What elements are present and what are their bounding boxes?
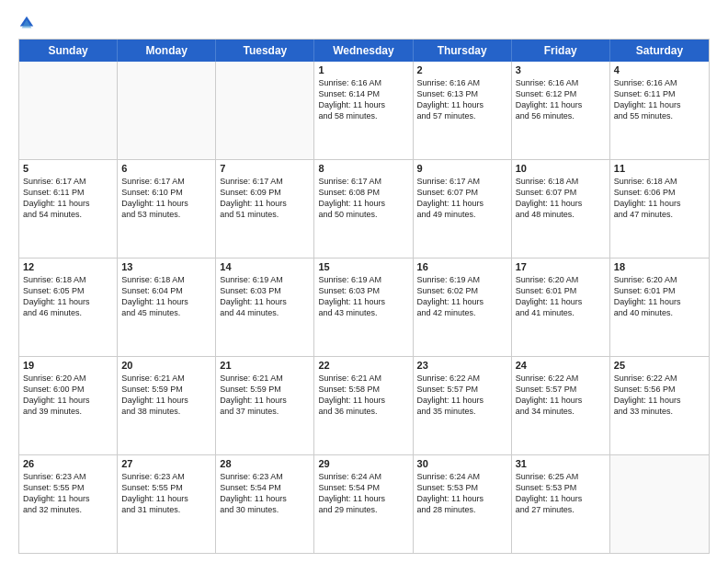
day-number: 23 — [417, 360, 507, 371]
calendar-day-18: 18Sunrise: 6:20 AM Sunset: 6:01 PM Dayli… — [610, 259, 709, 356]
calendar-day-empty — [610, 455, 709, 553]
calendar-day-9: 9Sunrise: 6:17 AM Sunset: 6:07 PM Daylig… — [414, 160, 512, 258]
day-number: 17 — [516, 261, 606, 272]
calendar-day-16: 16Sunrise: 6:19 AM Sunset: 6:02 PM Dayli… — [414, 259, 512, 356]
calendar: SundayMondayTuesdayWednesdayThursdayFrid… — [18, 39, 710, 554]
day-number: 28 — [220, 458, 310, 469]
day-info: Sunrise: 6:17 AM Sunset: 6:08 PM Dayligh… — [318, 176, 408, 221]
calendar-day-23: 23Sunrise: 6:22 AM Sunset: 5:57 PM Dayli… — [414, 357, 512, 454]
calendar-day-19: 19Sunrise: 6:20 AM Sunset: 6:00 PM Dayli… — [19, 357, 118, 454]
calendar-day-15: 15Sunrise: 6:19 AM Sunset: 6:03 PM Dayli… — [314, 259, 413, 356]
day-number: 12 — [23, 261, 113, 272]
calendar-day-30: 30Sunrise: 6:24 AM Sunset: 5:53 PM Dayli… — [414, 455, 512, 553]
day-number: 21 — [220, 360, 310, 371]
calendar-day-7: 7Sunrise: 6:17 AM Sunset: 6:09 PM Daylig… — [216, 160, 314, 258]
day-info: Sunrise: 6:17 AM Sunset: 6:09 PM Dayligh… — [220, 176, 310, 221]
day-number: 8 — [318, 163, 408, 174]
day-info: Sunrise: 6:24 AM Sunset: 5:53 PM Dayligh… — [417, 471, 507, 516]
day-number: 1 — [318, 64, 408, 75]
day-info: Sunrise: 6:18 AM Sunset: 6:05 PM Dayligh… — [23, 274, 113, 319]
logo-icon — [18, 15, 35, 31]
day-info: Sunrise: 6:17 AM Sunset: 6:11 PM Dayligh… — [23, 176, 113, 221]
page: SundayMondayTuesdayWednesdayThursdayFrid… — [0, 0, 728, 563]
day-info: Sunrise: 6:23 AM Sunset: 5:55 PM Dayligh… — [121, 471, 211, 516]
day-number: 15 — [318, 261, 408, 272]
day-number: 14 — [220, 261, 310, 272]
day-info: Sunrise: 6:17 AM Sunset: 6:07 PM Dayligh… — [417, 176, 507, 221]
weekday-header-sunday: Sunday — [19, 40, 118, 62]
day-info: Sunrise: 6:19 AM Sunset: 6:02 PM Dayligh… — [417, 274, 507, 319]
day-info: Sunrise: 6:16 AM Sunset: 6:13 PM Dayligh… — [417, 77, 507, 122]
day-info: Sunrise: 6:24 AM Sunset: 5:54 PM Dayligh… — [318, 471, 408, 516]
calendar-day-10: 10Sunrise: 6:18 AM Sunset: 6:07 PM Dayli… — [512, 160, 610, 258]
day-number: 9 — [417, 163, 507, 174]
day-info: Sunrise: 6:20 AM Sunset: 6:01 PM Dayligh… — [614, 274, 705, 319]
day-info: Sunrise: 6:18 AM Sunset: 6:06 PM Dayligh… — [614, 176, 705, 221]
calendar-day-29: 29Sunrise: 6:24 AM Sunset: 5:54 PM Dayli… — [314, 455, 413, 553]
day-number: 30 — [417, 458, 507, 469]
calendar-day-empty — [118, 62, 216, 159]
day-info: Sunrise: 6:16 AM Sunset: 6:12 PM Dayligh… — [516, 77, 606, 122]
calendar-day-8: 8Sunrise: 6:17 AM Sunset: 6:08 PM Daylig… — [314, 160, 413, 258]
day-number: 13 — [121, 261, 211, 272]
day-info: Sunrise: 6:22 AM Sunset: 5:56 PM Dayligh… — [614, 373, 705, 418]
calendar-week-2: 5Sunrise: 6:17 AM Sunset: 6:11 PM Daylig… — [19, 160, 709, 259]
weekday-header-wednesday: Wednesday — [314, 40, 413, 62]
calendar-day-4: 4Sunrise: 6:16 AM Sunset: 6:11 PM Daylig… — [610, 62, 709, 159]
calendar-day-25: 25Sunrise: 6:22 AM Sunset: 5:56 PM Dayli… — [610, 357, 709, 454]
calendar-day-13: 13Sunrise: 6:18 AM Sunset: 6:04 PM Dayli… — [118, 259, 216, 356]
calendar-day-31: 31Sunrise: 6:25 AM Sunset: 5:53 PM Dayli… — [512, 455, 610, 553]
calendar-day-17: 17Sunrise: 6:20 AM Sunset: 6:01 PM Dayli… — [512, 259, 610, 356]
calendar-body: 1Sunrise: 6:16 AM Sunset: 6:14 PM Daylig… — [19, 62, 709, 553]
logo — [18, 15, 39, 31]
weekday-header-monday: Monday — [118, 40, 216, 62]
calendar-day-1: 1Sunrise: 6:16 AM Sunset: 6:14 PM Daylig… — [314, 62, 413, 159]
day-info: Sunrise: 6:19 AM Sunset: 6:03 PM Dayligh… — [318, 274, 408, 319]
day-number: 10 — [516, 163, 606, 174]
day-number: 16 — [417, 261, 507, 272]
calendar-week-4: 19Sunrise: 6:20 AM Sunset: 6:00 PM Dayli… — [19, 357, 709, 455]
calendar-day-28: 28Sunrise: 6:23 AM Sunset: 5:54 PM Dayli… — [216, 455, 314, 553]
day-number: 25 — [614, 360, 705, 371]
day-number: 19 — [23, 360, 113, 371]
day-info: Sunrise: 6:18 AM Sunset: 6:04 PM Dayligh… — [121, 274, 211, 319]
day-info: Sunrise: 6:21 AM Sunset: 5:58 PM Dayligh… — [318, 373, 408, 418]
day-info: Sunrise: 6:23 AM Sunset: 5:55 PM Dayligh… — [23, 471, 113, 516]
day-info: Sunrise: 6:17 AM Sunset: 6:10 PM Dayligh… — [121, 176, 211, 221]
calendar-day-27: 27Sunrise: 6:23 AM Sunset: 5:55 PM Dayli… — [118, 455, 216, 553]
calendar-day-empty — [19, 62, 118, 159]
day-number: 6 — [121, 163, 211, 174]
calendar-week-1: 1Sunrise: 6:16 AM Sunset: 6:14 PM Daylig… — [19, 62, 709, 160]
weekday-header-thursday: Thursday — [414, 40, 512, 62]
day-number: 2 — [417, 64, 507, 75]
day-info: Sunrise: 6:19 AM Sunset: 6:03 PM Dayligh… — [220, 274, 310, 319]
calendar-day-14: 14Sunrise: 6:19 AM Sunset: 6:03 PM Dayli… — [216, 259, 314, 356]
calendar-day-22: 22Sunrise: 6:21 AM Sunset: 5:58 PM Dayli… — [314, 357, 413, 454]
header — [18, 15, 710, 31]
day-number: 3 — [516, 64, 606, 75]
weekday-header-saturday: Saturday — [610, 40, 709, 62]
day-info: Sunrise: 6:25 AM Sunset: 5:53 PM Dayligh… — [516, 471, 606, 516]
calendar-day-20: 20Sunrise: 6:21 AM Sunset: 5:59 PM Dayli… — [118, 357, 216, 454]
calendar-day-26: 26Sunrise: 6:23 AM Sunset: 5:55 PM Dayli… — [19, 455, 118, 553]
day-number: 7 — [220, 163, 310, 174]
calendar-day-24: 24Sunrise: 6:22 AM Sunset: 5:57 PM Dayli… — [512, 357, 610, 454]
calendar-day-6: 6Sunrise: 6:17 AM Sunset: 6:10 PM Daylig… — [118, 160, 216, 258]
day-info: Sunrise: 6:21 AM Sunset: 5:59 PM Dayligh… — [220, 373, 310, 418]
weekday-header-tuesday: Tuesday — [216, 40, 314, 62]
day-info: Sunrise: 6:20 AM Sunset: 6:00 PM Dayligh… — [23, 373, 113, 418]
day-number: 22 — [318, 360, 408, 371]
day-info: Sunrise: 6:20 AM Sunset: 6:01 PM Dayligh… — [516, 274, 606, 319]
calendar-day-empty — [216, 62, 314, 159]
day-number: 11 — [614, 163, 705, 174]
day-number: 26 — [23, 458, 113, 469]
day-number: 29 — [318, 458, 408, 469]
day-number: 27 — [121, 458, 211, 469]
calendar-week-5: 26Sunrise: 6:23 AM Sunset: 5:55 PM Dayli… — [19, 455, 709, 553]
day-number: 4 — [614, 64, 705, 75]
day-number: 18 — [614, 261, 705, 272]
calendar-day-2: 2Sunrise: 6:16 AM Sunset: 6:13 PM Daylig… — [414, 62, 512, 159]
calendar-day-5: 5Sunrise: 6:17 AM Sunset: 6:11 PM Daylig… — [19, 160, 118, 258]
calendar-header-row: SundayMondayTuesdayWednesdayThursdayFrid… — [19, 40, 709, 62]
day-info: Sunrise: 6:22 AM Sunset: 5:57 PM Dayligh… — [417, 373, 507, 418]
